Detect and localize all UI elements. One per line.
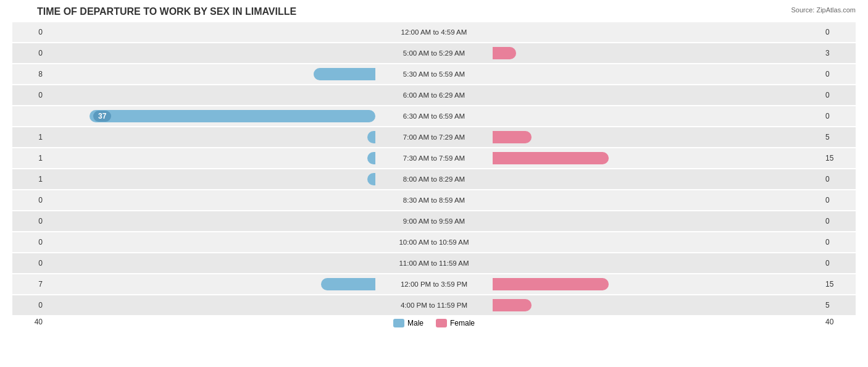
legend-male: Male <box>393 319 424 327</box>
left-bar-area <box>46 173 375 185</box>
legend-male-label: Male <box>407 319 424 327</box>
table-row: 05:00 AM to 5:29 AM3 <box>12 43 856 63</box>
right-bar-area <box>493 26 822 38</box>
table-row: 08:30 AM to 8:59 AM0 <box>12 190 856 210</box>
right-bar-area <box>493 215 822 227</box>
table-row: 04:00 PM to 11:59 PM5 <box>12 295 856 315</box>
time-range-label: 12:00 AM to 4:59 AM <box>375 28 493 36</box>
female-value: 0 <box>822 91 856 99</box>
female-bar <box>493 131 532 143</box>
axis-label-left: 40 <box>12 318 46 326</box>
left-bar-area <box>46 278 375 290</box>
table-row: 09:00 AM to 9:59 AM0 <box>12 211 856 231</box>
right-bar-area <box>493 110 822 122</box>
female-value: 5 <box>822 133 856 141</box>
chart-title: TIME OF DEPARTURE TO WORK BY SEX IN LIMA… <box>12 6 856 17</box>
left-bar-area <box>46 26 375 38</box>
right-bar-area <box>493 152 822 164</box>
female-value: 3 <box>822 49 856 57</box>
table-row: 06:00 AM to 6:29 AM0 <box>12 85 856 105</box>
left-bar-area <box>46 257 375 269</box>
male-value: 7 <box>12 280 46 289</box>
time-range-label: 8:30 AM to 8:59 AM <box>375 196 493 204</box>
male-value: 0 <box>12 238 46 247</box>
axis-label-right: 40 <box>822 318 856 326</box>
female-value: 0 <box>822 28 856 36</box>
left-bar-area <box>46 47 375 59</box>
female-bar <box>493 278 609 290</box>
right-bar-area <box>493 47 822 59</box>
male-value: 0 <box>12 217 46 226</box>
table-row: 17:30 AM to 7:59 AM15 <box>12 148 856 168</box>
time-range-label: 5:00 AM to 5:29 AM <box>375 49 493 57</box>
male-value: 0 <box>12 91 46 99</box>
female-value: 5 <box>822 301 856 310</box>
right-bar-area <box>493 299 822 311</box>
table-row: 011:00 AM to 11:59 AM0 <box>12 253 856 273</box>
legend-female-label: Female <box>450 319 475 327</box>
left-bar-area <box>46 194 375 206</box>
time-range-label: 10:00 AM to 10:59 AM <box>375 238 493 246</box>
left-bar-area <box>46 215 375 227</box>
table-row: 010:00 AM to 10:59 AM0 <box>12 232 856 252</box>
female-bar <box>493 47 516 59</box>
right-bar-area <box>493 194 822 206</box>
female-bar <box>493 152 609 164</box>
female-value: 15 <box>822 280 856 289</box>
left-bar-area: 37 <box>46 110 375 122</box>
table-row: 712:00 PM to 3:59 PM15 <box>12 274 856 294</box>
left-bar-area <box>46 89 375 101</box>
time-range-label: 12:00 PM to 3:59 PM <box>375 281 493 288</box>
chart-area: 012:00 AM to 4:59 AM005:00 AM to 5:29 AM… <box>12 22 856 315</box>
female-value: 0 <box>822 217 856 226</box>
male-bar <box>321 278 375 290</box>
left-bar-area <box>46 236 375 248</box>
female-value: 0 <box>822 70 856 78</box>
table-row: 18:00 AM to 8:29 AM0 <box>12 169 856 189</box>
right-bar-area <box>493 173 822 185</box>
table-row: 85:30 AM to 5:59 AM0 <box>12 64 856 84</box>
time-range-label: 7:30 AM to 7:59 AM <box>375 154 493 162</box>
male-value: 0 <box>12 301 46 310</box>
male-bar <box>314 68 375 80</box>
time-range-label: 6:00 AM to 6:29 AM <box>375 91 493 99</box>
female-value: 0 <box>822 175 856 184</box>
right-bar-area <box>493 131 822 143</box>
right-bar-area <box>493 89 822 101</box>
time-range-label: 5:30 AM to 5:59 AM <box>375 70 493 78</box>
male-value: 0 <box>12 196 46 205</box>
time-range-label: 8:00 AM to 8:29 AM <box>375 175 493 183</box>
female-value: 0 <box>822 112 856 120</box>
legend-female: Female <box>436 319 475 327</box>
legend-female-color <box>436 319 447 327</box>
table-row: 012:00 AM to 4:59 AM0 <box>12 22 856 42</box>
time-range-label: 7:00 AM to 7:29 AM <box>375 133 493 141</box>
female-value: 0 <box>822 259 856 268</box>
time-range-label: 9:00 AM to 9:59 AM <box>375 217 493 225</box>
male-value: 1 <box>12 133 46 141</box>
source-text: Source: ZipAtlas.com <box>791 6 856 14</box>
male-bar <box>367 173 375 185</box>
left-bar-area <box>46 299 375 311</box>
left-bar-area <box>46 152 375 164</box>
male-value: 0 <box>12 259 46 268</box>
right-bar-area <box>493 68 822 80</box>
time-range-label: 11:00 AM to 11:59 AM <box>375 259 493 267</box>
female-value: 0 <box>822 196 856 205</box>
female-bar <box>493 299 532 311</box>
male-value: 1 <box>12 154 46 162</box>
legend-male-color <box>393 319 404 327</box>
time-range-label: 4:00 PM to 11:59 PM <box>375 302 493 309</box>
male-value: 1 <box>12 175 46 184</box>
right-bar-area <box>493 257 822 269</box>
bottom-axis-row: 40 Male Female 40 <box>12 315 856 327</box>
male-value: 8 <box>12 70 46 78</box>
legend: Male Female <box>393 319 475 327</box>
right-bar-area <box>493 278 822 290</box>
chart-container: TIME OF DEPARTURE TO WORK BY SEX IN LIMA… <box>0 0 868 367</box>
female-value: 15 <box>822 154 856 162</box>
male-bar <box>367 152 375 164</box>
male-bar <box>367 131 375 143</box>
male-bar: 37 <box>90 110 375 122</box>
left-bar-area <box>46 68 375 80</box>
